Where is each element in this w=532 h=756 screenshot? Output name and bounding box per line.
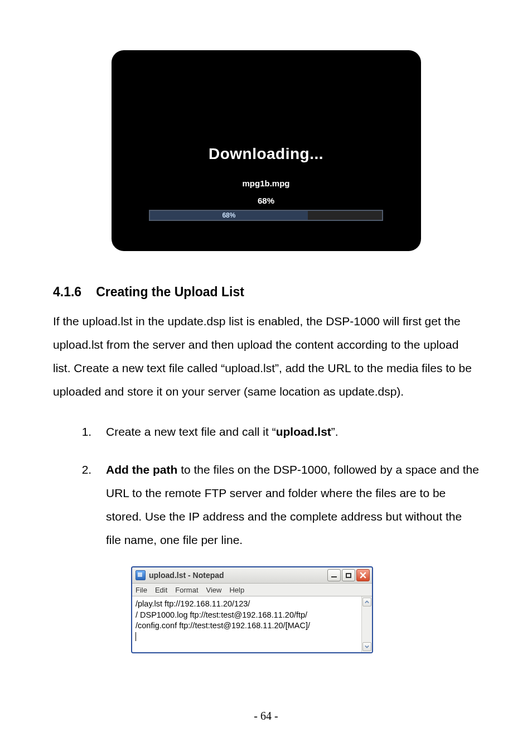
menu-format[interactable]: Format [175, 586, 198, 594]
steps-list: Create a new text file and call it “uplo… [53, 420, 479, 552]
scroll-down-button[interactable] [362, 642, 371, 651]
downloading-screenshot: Downloading... mpg1b.mpg 68% 68% [112, 50, 421, 251]
progress-bar: 68% [149, 210, 383, 221]
menu-edit[interactable]: Edit [155, 586, 167, 594]
close-icon [360, 572, 366, 579]
maximize-icon [346, 573, 351, 578]
downloading-filename: mpg1b.mpg [112, 179, 421, 188]
notepad-titlebar: upload.lst - Notepad [132, 567, 372, 584]
chevron-up-icon [365, 600, 369, 604]
close-button[interactable] [356, 569, 370, 581]
chevron-down-icon [365, 644, 369, 649]
menu-help[interactable]: Help [229, 586, 244, 594]
progress-bar-fill: 68% [150, 211, 308, 220]
menu-view[interactable]: View [206, 586, 222, 594]
maximize-button[interactable] [342, 569, 355, 581]
step-1: Create a new text file and call it “uplo… [95, 420, 479, 444]
notepad-window: upload.lst - Notepad File Edit Format Vi… [131, 566, 373, 653]
scroll-up-button[interactable] [362, 598, 371, 606]
notepad-menubar: File Edit Format View Help [132, 584, 372, 596]
notepad-title: upload.lst - Notepad [149, 571, 327, 580]
section-paragraph: If the upload.lst in the update.dsp list… [53, 310, 479, 403]
notepad-line: /play.lst ftp://192.168.11.20/123/ [136, 599, 358, 610]
downloading-percent-text: 68% [112, 196, 421, 205]
section-title: Creating the Upload List [96, 285, 244, 299]
notepad-line: / DSP1000.log ftp://test:test@192.168.11… [136, 610, 358, 621]
minimize-button[interactable] [327, 569, 341, 581]
section-heading: 4.1.6Creating the Upload List [53, 285, 479, 300]
section-number: 4.1.6 [53, 285, 81, 300]
notepad-line: /config.conf ftp://test:test@192.168.11.… [136, 620, 358, 632]
notepad-textarea[interactable]: /play.lst ftp://192.168.11.20/123/ / DSP… [132, 596, 361, 652]
menu-file[interactable]: File [136, 586, 147, 594]
scrollbar[interactable] [361, 596, 372, 652]
minimize-icon [331, 576, 337, 577]
page-number: - 64 - [0, 710, 532, 723]
notepad-app-icon [136, 570, 146, 580]
downloading-title: Downloading... [112, 145, 421, 163]
text-cursor [136, 632, 136, 641]
step-2: Add the path to the files on the DSP-100… [95, 458, 479, 552]
